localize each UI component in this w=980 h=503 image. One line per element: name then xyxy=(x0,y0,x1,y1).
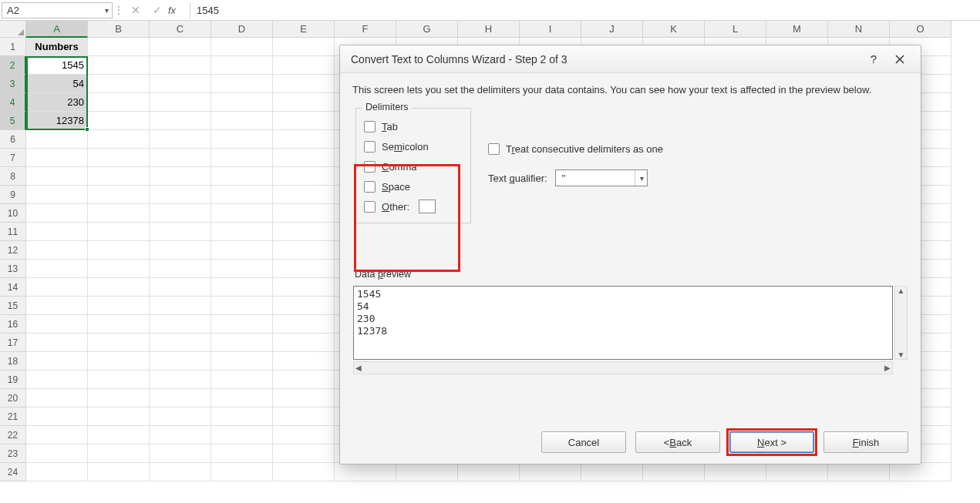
cell[interactable] xyxy=(88,93,150,112)
cell[interactable] xyxy=(273,204,335,223)
cell[interactable] xyxy=(88,334,150,352)
checkbox-comma[interactable]: Comma xyxy=(364,156,463,176)
col-header[interactable]: G xyxy=(396,21,458,38)
col-header[interactable]: K xyxy=(643,21,705,38)
cell[interactable] xyxy=(88,463,150,481)
cell[interactable] xyxy=(211,334,273,352)
cell[interactable] xyxy=(211,315,273,334)
cell[interactable] xyxy=(211,38,273,56)
cell[interactable] xyxy=(643,463,705,481)
cell[interactable] xyxy=(211,463,273,481)
cell[interactable] xyxy=(273,463,335,481)
cell[interactable] xyxy=(26,223,88,241)
cell[interactable] xyxy=(26,149,88,167)
cell[interactable] xyxy=(88,38,150,56)
row-header[interactable]: 21 xyxy=(0,407,26,426)
col-header[interactable]: L xyxy=(705,21,766,38)
cell[interactable] xyxy=(88,278,150,297)
cell[interactable] xyxy=(26,241,88,260)
cell[interactable] xyxy=(211,241,273,260)
cell[interactable] xyxy=(211,389,273,407)
cell[interactable] xyxy=(150,75,211,93)
cell[interactable] xyxy=(88,260,150,278)
cell[interactable] xyxy=(458,463,520,481)
col-header[interactable]: H xyxy=(458,21,520,38)
col-header[interactable]: E xyxy=(273,21,335,38)
cell[interactable] xyxy=(150,204,211,223)
row-header[interactable]: 23 xyxy=(0,444,26,463)
cell-a4[interactable]: 230 xyxy=(26,93,88,112)
row-header[interactable]: 16 xyxy=(0,315,26,334)
cell[interactable] xyxy=(88,75,150,93)
close-button[interactable] xyxy=(887,48,913,71)
cell[interactable] xyxy=(150,241,211,260)
cell[interactable] xyxy=(273,352,335,371)
row-header[interactable]: 17 xyxy=(0,334,26,352)
checkbox-treat-consecutive[interactable]: Treat consecutive delimiters as one xyxy=(488,139,812,159)
cell[interactable] xyxy=(150,260,211,278)
cell[interactable] xyxy=(273,112,335,130)
cell[interactable] xyxy=(88,371,150,389)
row-header[interactable]: 10 xyxy=(0,204,26,223)
cell[interactable] xyxy=(88,223,150,241)
cell[interactable] xyxy=(88,186,150,204)
cell[interactable] xyxy=(273,186,335,204)
cell[interactable] xyxy=(150,371,211,389)
cell[interactable] xyxy=(88,426,150,444)
cell[interactable] xyxy=(88,56,150,75)
checkbox-semicolon[interactable]: Semicolon xyxy=(364,136,463,156)
row-header[interactable]: 12 xyxy=(0,241,26,260)
row-header[interactable]: 5 xyxy=(0,112,26,130)
cell[interactable] xyxy=(211,260,273,278)
row-header[interactable]: 2 xyxy=(0,56,26,75)
cell[interactable] xyxy=(273,315,335,334)
row-header[interactable]: 4 xyxy=(0,93,26,112)
cell-a3[interactable]: 54 xyxy=(26,75,88,93)
cell[interactable] xyxy=(211,407,273,426)
row-header[interactable]: 15 xyxy=(0,297,26,315)
cell[interactable] xyxy=(150,352,211,371)
cell[interactable] xyxy=(273,426,335,444)
cell[interactable] xyxy=(520,463,581,481)
cell[interactable] xyxy=(273,149,335,167)
cell[interactable] xyxy=(273,167,335,186)
col-header[interactable]: N xyxy=(828,21,890,38)
cell[interactable] xyxy=(88,444,150,463)
cell[interactable] xyxy=(150,407,211,426)
cell[interactable] xyxy=(26,204,88,223)
row-header[interactable]: 22 xyxy=(0,426,26,444)
cell[interactable] xyxy=(150,38,211,56)
row-header[interactable]: 7 xyxy=(0,149,26,167)
cell[interactable] xyxy=(26,297,88,315)
cell[interactable] xyxy=(150,426,211,444)
cell[interactable] xyxy=(88,167,150,186)
cell[interactable] xyxy=(150,223,211,241)
row-header[interactable]: 18 xyxy=(0,352,26,371)
cell[interactable] xyxy=(766,463,828,481)
cell[interactable] xyxy=(88,315,150,334)
cell[interactable] xyxy=(273,130,335,149)
cell[interactable] xyxy=(150,130,211,149)
cell[interactable] xyxy=(26,167,88,186)
help-button[interactable]: ? xyxy=(860,48,887,71)
dropdown-icon[interactable]: ▾ xyxy=(105,6,109,15)
row-header[interactable]: 8 xyxy=(0,167,26,186)
cell[interactable] xyxy=(705,463,766,481)
cell[interactable] xyxy=(150,389,211,407)
cell[interactable] xyxy=(88,149,150,167)
cell[interactable] xyxy=(396,463,458,481)
cell[interactable] xyxy=(211,167,273,186)
cell[interactable] xyxy=(26,278,88,297)
cell[interactable] xyxy=(150,334,211,352)
cell[interactable] xyxy=(211,444,273,463)
cell[interactable] xyxy=(150,149,211,167)
cell[interactable] xyxy=(211,204,273,223)
name-box[interactable]: A2 ▾ xyxy=(2,2,113,18)
cell[interactable] xyxy=(88,241,150,260)
cell[interactable] xyxy=(26,389,88,407)
select-all-corner[interactable] xyxy=(0,21,26,38)
cell[interactable] xyxy=(26,260,88,278)
cell[interactable] xyxy=(26,463,88,481)
cell[interactable] xyxy=(211,130,273,149)
cell[interactable] xyxy=(211,426,273,444)
